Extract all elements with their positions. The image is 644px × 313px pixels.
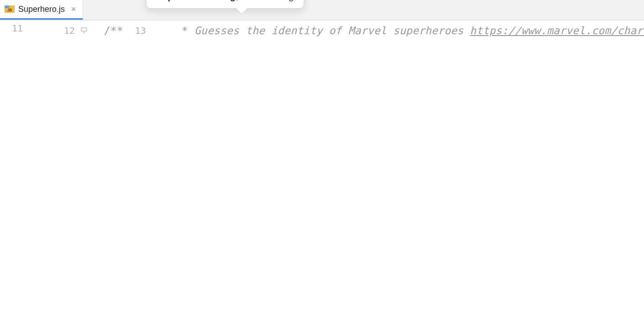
- file-tab-label: Superhero.js: [18, 5, 65, 14]
- parameter-hint-popup: superhero: string, name: string: [146, 0, 304, 9]
- hint-rest-params: , name: string: [236, 0, 294, 1]
- js-file-icon: JS: [5, 4, 15, 14]
- line-number: 11: [0, 23, 27, 34]
- token: https://www.marvel.com/characters: [470, 25, 644, 37]
- fold-open-down-icon[interactable]: [79, 27, 88, 34]
- token: /**: [104, 25, 123, 37]
- close-icon[interactable]: ×: [68, 5, 76, 14]
- token: Guesses the identity of Marvel superhero…: [194, 25, 470, 37]
- code-line[interactable]: 11: [0, 21, 52, 31]
- editor[interactable]: 1112/**13 * Guesses the identity of Marv…: [0, 20, 644, 313]
- file-tab[interactable]: JS Superhero.js ×: [0, 0, 83, 20]
- code-line[interactable]: 13 * Guesses the identity of Marvel supe…: [123, 21, 644, 41]
- code-text[interactable]: * Guesses the identity of Marvel superhe…: [175, 25, 644, 37]
- line-number: 12: [52, 25, 79, 36]
- code-text[interactable]: /**: [104, 25, 123, 37]
- code-line[interactable]: 12/**: [52, 21, 123, 41]
- svg-text:JS: JS: [7, 8, 12, 12]
- hint-active-param: superhero: string: [156, 0, 236, 1]
- token: *: [175, 25, 194, 37]
- line-number: 13: [123, 25, 151, 36]
- tab-bar: JS Superhero.js ×: [0, 0, 644, 20]
